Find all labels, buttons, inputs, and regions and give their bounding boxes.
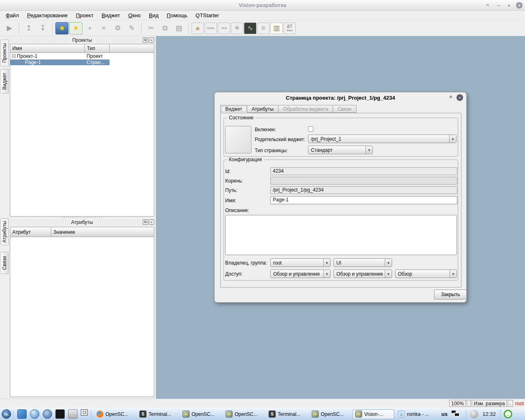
keyboard-layout-indicator[interactable]: us bbox=[441, 411, 447, 417]
attributes-table-header: Атрибут Значение bbox=[10, 227, 154, 237]
sidebar-tab-widget[interactable]: Виджет bbox=[0, 69, 9, 94]
sidebar-tab-attributes[interactable]: Атрибуты bbox=[0, 218, 9, 245]
taskbar-drag-handle[interactable] bbox=[90, 410, 92, 418]
tree-row-page1[interactable]: Page-1 Стран... bbox=[10, 59, 154, 65]
widget-text-icon[interactable]: Text bbox=[218, 23, 230, 34]
dock-splitter[interactable] bbox=[62, 217, 103, 218]
volume-icon[interactable] bbox=[470, 410, 478, 418]
visual-item-properties-icon[interactable]: ⚙ bbox=[111, 22, 124, 34]
tab-widget[interactable]: Виджет bbox=[220, 105, 247, 113]
menu-item-view[interactable]: Вид bbox=[145, 11, 163, 20]
new-widget-library-icon[interactable]: ★ bbox=[69, 22, 82, 34]
parent-widget-select[interactable]: /prj_Project_1 ▾ bbox=[308, 135, 457, 143]
task-button-6[interactable]: ◆ OpenSC... bbox=[310, 409, 351, 419]
dock-close-icon[interactable]: × bbox=[149, 219, 154, 225]
widget-function-icon[interactable]: ΔT Value bbox=[283, 23, 296, 34]
close-dialog-button[interactable]: Закрыть bbox=[434, 290, 467, 299]
sidebar-tab-links[interactable]: Связи bbox=[0, 252, 9, 274]
projects-dock-titlebar[interactable]: Проекты ⧉ × bbox=[9, 37, 155, 43]
task-label: Terminal... bbox=[278, 411, 300, 417]
column-header-value[interactable]: Значение bbox=[51, 227, 154, 237]
menu-item-edit[interactable]: Редактирование bbox=[23, 11, 72, 20]
menu-item-window[interactable]: Окно bbox=[124, 11, 145, 20]
new-project-icon[interactable]: ★ bbox=[55, 22, 68, 34]
terminal-launcher-icon[interactable] bbox=[55, 409, 65, 419]
widget-elementary-figure-icon[interactable]: ● bbox=[192, 23, 204, 34]
access-group-select[interactable]: Обзор и управление ▾ bbox=[333, 269, 392, 278]
show-desktop-icon[interactable] bbox=[17, 409, 27, 419]
dock-float-icon[interactable]: ⧉ bbox=[143, 219, 148, 225]
task-button-1[interactable]: OpenSC... bbox=[94, 409, 136, 419]
task-label: OpenSC... bbox=[105, 411, 128, 417]
tree-row-project1[interactable]: Проект-1 Проект bbox=[10, 53, 154, 59]
monitors-icon[interactable] bbox=[451, 410, 461, 419]
widget-form-element-icon[interactable]: Enter bbox=[205, 23, 217, 34]
dialog-close-button[interactable]: × bbox=[457, 94, 463, 101]
widget-media-icon[interactable]: ☀ bbox=[231, 23, 243, 34]
save-to-db-icon[interactable]: ↧ bbox=[36, 22, 49, 34]
workspace-pager[interactable] bbox=[81, 409, 88, 415]
workspace: Проекты Виджет Атрибуты Связи Проекты ⧉ … bbox=[0, 36, 525, 399]
name-field[interactable]: Page-1 bbox=[270, 196, 457, 204]
widget-function-glyph: ΔT bbox=[287, 25, 292, 29]
owner-value: root bbox=[271, 260, 323, 266]
access-other-select[interactable]: Обзор ▾ bbox=[395, 269, 457, 278]
widget-diagram-icon[interactable]: ∿ bbox=[244, 23, 256, 34]
access-owner-select[interactable]: Обзор и управление ▾ bbox=[270, 269, 331, 278]
copy-icon[interactable]: ⧉ bbox=[158, 22, 171, 34]
window-maximize-button[interactable]: + bbox=[505, 2, 513, 9]
start-menu-icon[interactable]: SL bbox=[2, 409, 11, 419]
delete-visual-item-icon[interactable]: × bbox=[97, 22, 110, 34]
task-button-4[interactable]: ◆ OpenSC... bbox=[224, 409, 265, 419]
dock-float-icon[interactable]: ⧉ bbox=[143, 37, 148, 43]
owner-select[interactable]: root ▾ bbox=[270, 258, 331, 267]
state-group-legend: Состояние bbox=[227, 115, 255, 121]
tree-expander-icon[interactable] bbox=[12, 54, 16, 58]
logout-icon[interactable]: → bbox=[504, 410, 512, 418]
menu-item-help[interactable]: Помощь bbox=[163, 11, 192, 20]
column-header-name[interactable]: Имя bbox=[10, 44, 85, 52]
tab-links: Связи bbox=[333, 105, 356, 113]
enabled-checkbox[interactable] bbox=[308, 126, 313, 132]
add-visual-item-icon[interactable]: + bbox=[83, 22, 96, 34]
openscada-icon: ◆ bbox=[226, 411, 233, 418]
dock-close-icon[interactable]: × bbox=[149, 37, 154, 43]
attributes-dock-titlebar[interactable]: Атрибуты ⧉ × bbox=[9, 219, 155, 225]
browser-icon[interactable] bbox=[30, 409, 39, 419]
description-textarea[interactable] bbox=[225, 215, 457, 255]
column-header-attribute[interactable]: Атрибут bbox=[10, 227, 51, 237]
user-indicator[interactable]: root bbox=[514, 401, 524, 406]
workspace-cell-icon bbox=[83, 411, 86, 414]
page-type-select[interactable]: Стандарт ▾ bbox=[308, 146, 373, 154]
dialog-collapse-button[interactable]: ^ bbox=[447, 94, 454, 101]
mail-icon[interactable] bbox=[43, 409, 52, 419]
menu-item-file[interactable]: Файл bbox=[2, 11, 23, 20]
task-button-5[interactable]: S Terminal... bbox=[267, 409, 308, 419]
window-close-button[interactable]: × bbox=[516, 2, 523, 9]
file-manager-icon[interactable] bbox=[68, 409, 78, 419]
tree-item-label: Page-1 bbox=[25, 59, 41, 65]
vision-window: Vision-разработка ^ − + × Файл Редактиро… bbox=[0, 0, 525, 420]
sidebar-tab-projects[interactable]: Проекты bbox=[0, 39, 9, 66]
cut-icon[interactable]: ✂ bbox=[144, 22, 158, 34]
task-button-3[interactable]: ◆ OpenSC... bbox=[180, 409, 222, 419]
edit-visual-item-icon[interactable]: ✎ bbox=[125, 22, 138, 34]
window-minimize-button[interactable]: − bbox=[495, 2, 502, 9]
group-select[interactable]: UI ▾ bbox=[333, 258, 392, 267]
column-header-type[interactable]: Тип bbox=[85, 44, 110, 52]
widget-document-icon[interactable]: ▥ bbox=[270, 23, 283, 34]
task-button-vision[interactable]: ◆ Vision-... bbox=[353, 409, 394, 419]
menu-item-widget[interactable]: Виджет bbox=[98, 11, 124, 20]
window-titlebar[interactable]: Vision-разработка ^ − + × bbox=[0, 0, 525, 11]
task-button-2[interactable]: S Terminal... bbox=[137, 409, 179, 419]
widget-protocol-icon[interactable]: ≡ bbox=[257, 23, 269, 34]
menu-item-project[interactable]: Проект bbox=[72, 11, 98, 20]
tab-attributes[interactable]: Атрибуты bbox=[247, 105, 278, 113]
window-collapse-button[interactable]: ^ bbox=[484, 2, 491, 9]
task-button-home[interactable]: ⌂ romka - ... bbox=[396, 409, 437, 419]
run-vision-icon[interactable]: ▶ bbox=[3, 22, 16, 34]
firefox-icon bbox=[96, 411, 103, 418]
load-from-db-icon[interactable]: ↥ bbox=[22, 22, 35, 34]
menu-item-qtstarter[interactable]: QTStarter bbox=[192, 11, 223, 20]
paste-icon[interactable]: ▤ bbox=[172, 22, 185, 34]
